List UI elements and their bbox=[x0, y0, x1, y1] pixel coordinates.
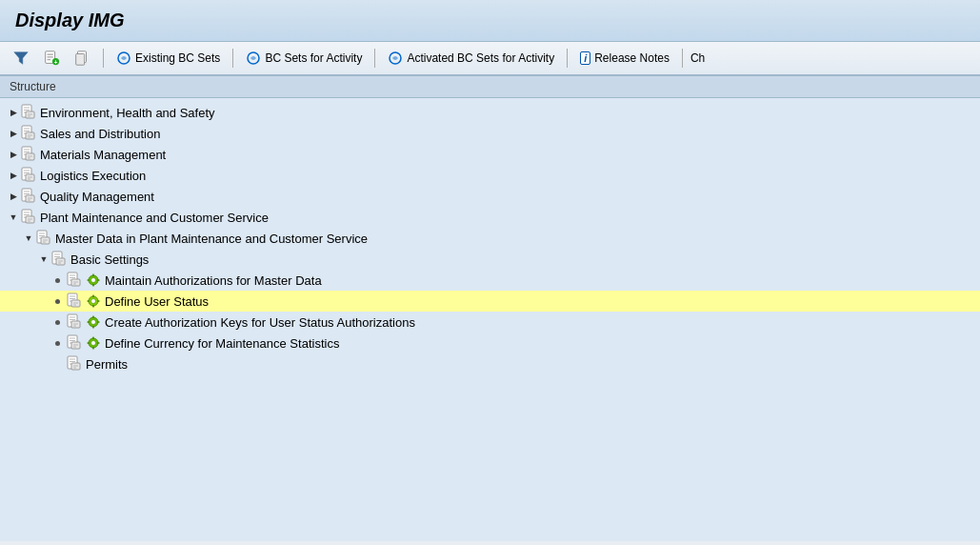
svg-rect-58 bbox=[41, 237, 50, 244]
structure-panel: Structure ▶ Environment, Health and Safe… bbox=[0, 76, 980, 541]
tree-arrow-8: ▼ bbox=[38, 253, 50, 265]
svg-rect-92 bbox=[88, 300, 90, 302]
svg-rect-8 bbox=[76, 54, 85, 66]
existing-bc-sets-label: Existing BC Sets bbox=[135, 51, 220, 65]
svg-rect-4 bbox=[48, 59, 51, 60]
svg-rect-79 bbox=[88, 279, 90, 281]
svg-point-76 bbox=[91, 278, 96, 283]
svg-rect-117 bbox=[92, 347, 94, 350]
item-label-10: Define User Status bbox=[105, 294, 209, 309]
svg-rect-37 bbox=[26, 174, 34, 181]
tree-item-8[interactable]: ▼ Basic Settings bbox=[0, 249, 980, 270]
toolbar-sep-3 bbox=[374, 49, 375, 68]
release-notes-button[interactable]: i Release Notes bbox=[575, 49, 674, 68]
item-label-1: Environment, Health and Safety bbox=[40, 106, 215, 120]
toolbar-sep-4 bbox=[567, 49, 568, 68]
doc-icon-3 bbox=[21, 146, 36, 163]
doc-icon-12 bbox=[67, 334, 82, 352]
svg-rect-91 bbox=[92, 305, 94, 308]
svg-point-89 bbox=[91, 299, 96, 304]
existing-bc-sets-button[interactable]: Existing BC Sets bbox=[111, 48, 225, 69]
doc-icon-11 bbox=[67, 313, 82, 331]
svg-rect-111 bbox=[71, 342, 80, 349]
new-bc-set-button[interactable]: + bbox=[38, 47, 65, 70]
tree-item-2[interactable]: ▶ Sales and Distribution bbox=[0, 123, 980, 144]
doc-icon-6 bbox=[21, 209, 36, 226]
svg-rect-90 bbox=[92, 295, 94, 298]
tree-arrow-6: ▼ bbox=[8, 212, 19, 223]
item-label-3: Materials Management bbox=[40, 148, 166, 162]
svg-rect-119 bbox=[97, 342, 100, 344]
title-bar: Display IMG bbox=[0, 0, 980, 42]
svg-rect-98 bbox=[71, 321, 80, 328]
svg-rect-77 bbox=[92, 274, 94, 277]
svg-rect-30 bbox=[26, 153, 34, 160]
bc-sets-activity-button[interactable]: BC Sets for Activity bbox=[241, 48, 367, 69]
item-label-7: Master Data in Plant Maintenance and Cus… bbox=[55, 232, 368, 246]
tree-bullet-10 bbox=[53, 297, 61, 305]
doc-icon-1 bbox=[21, 104, 36, 121]
svg-rect-3 bbox=[48, 56, 53, 57]
activated-bc-sets-label: Activated BC Sets for Activity bbox=[407, 51, 554, 65]
svg-rect-116 bbox=[92, 337, 94, 340]
svg-rect-51 bbox=[26, 216, 34, 223]
release-notes-label: Release Notes bbox=[594, 51, 670, 65]
svg-rect-103 bbox=[92, 316, 94, 319]
tree-item-6[interactable]: ▼ Plant Maintenance and Customer Service bbox=[0, 207, 980, 228]
svg-rect-106 bbox=[97, 321, 100, 323]
toolbar: + Existing BC Sets BC Sets for Activity bbox=[0, 42, 980, 76]
item-label-12: Define Currency for Maintenance Statisti… bbox=[105, 336, 339, 351]
tree: ▶ Environment, Health and Safety▶ Sales … bbox=[0, 98, 980, 378]
tree-arrow-7: ▼ bbox=[23, 232, 34, 244]
page-title: Display IMG bbox=[15, 10, 965, 31]
tree-item-9[interactable]: Maintain Authorizations for Master Data bbox=[0, 270, 980, 291]
item-label-5: Quality Management bbox=[40, 190, 154, 204]
structure-header: Structure bbox=[0, 76, 980, 98]
doc-icon-2 bbox=[21, 125, 36, 142]
tree-item-10[interactable]: Define User Status bbox=[0, 291, 980, 312]
tree-item-13[interactable]: Permits bbox=[0, 353, 980, 374]
tree-arrow-2: ▶ bbox=[8, 128, 19, 139]
tree-item-5[interactable]: ▶ Quality Management bbox=[0, 186, 980, 207]
svg-rect-124 bbox=[71, 363, 80, 370]
svg-rect-104 bbox=[92, 326, 94, 329]
svg-rect-2 bbox=[48, 54, 53, 55]
bc-sets-activity-label: BC Sets for Activity bbox=[265, 51, 362, 65]
svg-point-102 bbox=[91, 320, 96, 325]
doc-icon-9 bbox=[67, 272, 82, 289]
gear-icon-10 bbox=[86, 293, 101, 309]
tree-arrow-5: ▶ bbox=[8, 191, 19, 202]
toolbar-sep-2 bbox=[232, 49, 233, 68]
tree-item-7[interactable]: ▼ Master Data in Plant Maintenance and C… bbox=[0, 228, 980, 249]
item-label-13: Permits bbox=[86, 357, 128, 372]
svg-text:+: + bbox=[54, 59, 58, 66]
doc-icon-5 bbox=[21, 188, 36, 205]
gear-icon-12 bbox=[86, 335, 101, 351]
activated-bc-sets-button[interactable]: Activated BC Sets for Activity bbox=[383, 48, 559, 69]
change-label: Ch bbox=[690, 51, 705, 65]
gear-icon-11 bbox=[86, 314, 101, 330]
tree-bullet-11 bbox=[53, 318, 61, 326]
tree-item-12[interactable]: Define Currency for Maintenance Statisti… bbox=[0, 333, 980, 353]
svg-rect-105 bbox=[88, 321, 90, 323]
svg-rect-23 bbox=[26, 132, 34, 139]
svg-rect-80 bbox=[97, 279, 100, 281]
doc-icon-4 bbox=[21, 167, 36, 184]
svg-rect-16 bbox=[26, 111, 34, 118]
tree-bullet-12 bbox=[53, 339, 61, 347]
svg-point-115 bbox=[91, 341, 96, 346]
copy-button[interactable] bbox=[69, 47, 95, 70]
filter-button[interactable] bbox=[8, 47, 34, 70]
tree-bullet-9 bbox=[53, 276, 61, 284]
tree-item-11[interactable]: Create Authorization Keys for User Statu… bbox=[0, 312, 980, 333]
tree-item-1[interactable]: ▶ Environment, Health and Safety bbox=[0, 102, 980, 123]
tree-item-3[interactable]: ▶ Materials Management bbox=[0, 144, 980, 165]
item-label-6: Plant Maintenance and Customer Service bbox=[40, 211, 269, 225]
info-icon: i bbox=[580, 51, 590, 65]
svg-rect-65 bbox=[56, 258, 65, 265]
svg-rect-78 bbox=[92, 284, 94, 287]
tree-item-4[interactable]: ▶ Logistics Execution bbox=[0, 165, 980, 186]
doc-icon-8 bbox=[51, 251, 67, 268]
item-label-4: Logistics Execution bbox=[40, 169, 146, 183]
svg-marker-0 bbox=[14, 52, 28, 65]
